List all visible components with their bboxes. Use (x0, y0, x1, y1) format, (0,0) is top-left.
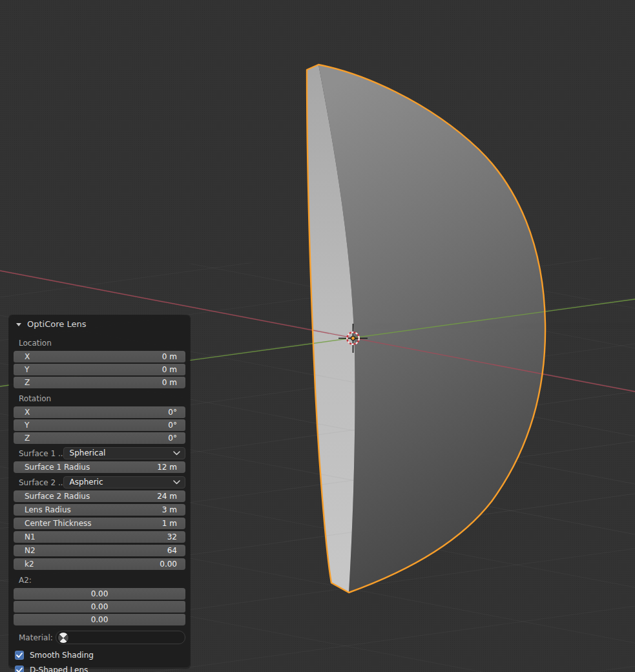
field-label: k2 (25, 558, 34, 570)
field-value: 32 (167, 531, 177, 543)
location-z-field[interactable]: Z 0 m (14, 377, 185, 388)
smooth-shading-label: Smooth Shading (30, 651, 94, 660)
field-value: 0 m (162, 364, 177, 375)
a2-field-1[interactable]: 0.00 (14, 601, 185, 613)
material-input[interactable] (56, 631, 185, 644)
rotation-group: X 0° Y 0° Z 0° (14, 406, 185, 444)
field-label: Y (25, 419, 29, 431)
field-label: Surface 2 Radius (25, 490, 90, 502)
field-label: Center Thickness (25, 518, 92, 529)
rotation-label: Rotation (19, 394, 185, 404)
surface1-type-label: Surface 1 .. (14, 449, 63, 458)
lens-object[interactable] (307, 65, 545, 593)
n2-field[interactable]: N2 64 (14, 545, 185, 556)
select-value: Aspheric (70, 476, 103, 488)
field-label: Z (25, 432, 30, 444)
location-group: X 0 m Y 0 m Z 0 m (14, 351, 185, 388)
panel-title: OptiCore Lens (27, 319, 86, 329)
field-label: Surface 1 Radius (25, 461, 90, 473)
field-label: X (25, 406, 30, 418)
field-value: 1 m (162, 518, 177, 529)
field-value: 0° (168, 432, 177, 444)
a2-field-2[interactable]: 0.00 (14, 614, 185, 625)
d-shaped-lens-checkbox[interactable] (15, 666, 24, 672)
k2-field[interactable]: k2 0.00 (14, 558, 185, 570)
field-value: 0.00 (160, 558, 177, 570)
n1-field[interactable]: N1 32 (14, 531, 185, 543)
select-value: Spherical (70, 447, 106, 459)
smooth-shading-checkbox[interactable] (15, 651, 24, 660)
field-value: 0.00 (91, 614, 109, 625)
surface2-type-label: Surface 2 .. (14, 478, 63, 487)
opticore-lens-panel: OptiCore Lens Location X 0 m Y 0 m Z 0 m… (9, 315, 190, 668)
field-label: Y (25, 364, 29, 375)
d-shaped-lens-label: D-Shaped Lens (30, 666, 88, 672)
object-origin-dot (351, 336, 355, 340)
material-sphere-icon (58, 633, 68, 643)
lens-radius-field[interactable]: Lens Radius 3 m (14, 504, 185, 516)
a2-label: A2: (19, 576, 185, 585)
field-value: 64 (167, 545, 177, 556)
d-shaped-lens-row: D-Shaped Lens (15, 665, 185, 672)
field-value: 0° (168, 406, 177, 418)
field-label: N2 (25, 545, 36, 556)
field-value: 0 m (162, 351, 177, 362)
chevron-down-icon (173, 451, 180, 456)
a2-field-0[interactable]: 0.00 (14, 588, 185, 600)
center-thickness-field[interactable]: Center Thickness 1 m (14, 518, 185, 529)
field-label: Lens Radius (25, 504, 71, 516)
surface1-type-select[interactable]: Spherical (63, 447, 185, 459)
surface2-radius-field[interactable]: Surface 2 Radius 24 m (14, 490, 185, 502)
field-value: 24 m (157, 490, 177, 502)
check-icon (16, 653, 23, 658)
field-label: X (25, 351, 30, 362)
rotation-x-field[interactable]: X 0° (14, 406, 185, 418)
panel-header[interactable]: OptiCore Lens (14, 315, 185, 333)
field-value: 3 m (162, 504, 177, 516)
rotation-y-field[interactable]: Y 0° (14, 419, 185, 431)
collapse-triangle-icon[interactable] (16, 323, 21, 326)
smooth-shading-row: Smooth Shading (15, 650, 185, 660)
location-y-field[interactable]: Y 0 m (14, 364, 185, 375)
field-value: 0° (168, 419, 177, 431)
field-value: 0.00 (91, 601, 109, 613)
field-value: 12 m (157, 461, 177, 473)
surface1-radius-field[interactable]: Surface 1 Radius 12 m (14, 461, 185, 473)
surface2-type-select[interactable]: Aspheric (63, 476, 185, 488)
field-label: Z (25, 377, 30, 388)
field-value: 0.00 (91, 588, 109, 600)
location-x-field[interactable]: X 0 m (14, 351, 185, 362)
blender-3d-viewport[interactable]: OptiCore Lens Location X 0 m Y 0 m Z 0 m… (0, 0, 635, 672)
field-value: 0 m (162, 377, 177, 388)
chevron-down-icon (173, 480, 180, 485)
material-label: Material: (14, 633, 56, 642)
location-label: Location (19, 339, 185, 348)
field-label: N1 (25, 531, 36, 543)
check-icon (16, 667, 23, 672)
rotation-z-field[interactable]: Z 0° (14, 432, 185, 444)
surface1-type-row: Surface 1 .. Spherical (14, 447, 185, 459)
material-row: Material: (14, 631, 185, 644)
surface2-type-row: Surface 2 .. Aspheric (14, 476, 185, 488)
a2-group: 0.00 0.00 0.00 (14, 588, 185, 625)
